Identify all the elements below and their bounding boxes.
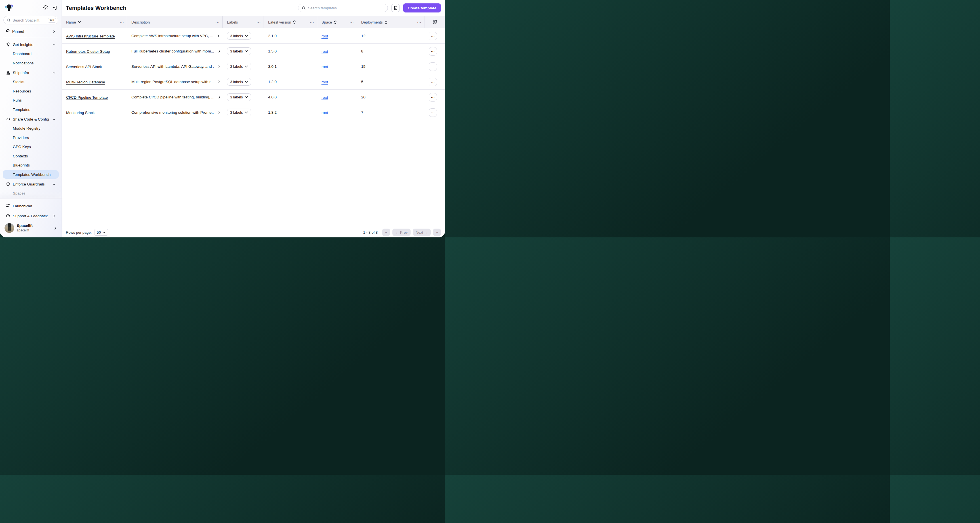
chevron-down-icon [245, 96, 248, 98]
create-template-button[interactable]: Create template [403, 3, 441, 13]
table-header: Name ⋯ Description ⋯ Labels ⋯ Latest ver… [62, 16, 445, 29]
template-description: Comprehensive monitoring solution with P… [131, 110, 214, 114]
sidebar-item-blueprints[interactable]: Blueprints [3, 161, 59, 170]
settings-gear-icon[interactable] [43, 5, 48, 10]
sidebar-item-stacks[interactable]: Stacks [3, 78, 59, 86]
launchpad-icon [6, 203, 10, 209]
column-menu-icon[interactable]: ⋯ [215, 20, 220, 24]
sidebar-item-resources[interactable]: Resources [3, 87, 59, 95]
spacelift-logo[interactable] [5, 3, 14, 12]
template-name-link[interactable]: CI/CD Pipeline Template [66, 95, 108, 100]
expand-description-icon[interactable] [217, 80, 221, 84]
space-link[interactable]: root [321, 111, 328, 115]
sidebar-section-enforce-guardrails[interactable]: Enforce Guardrails [3, 180, 59, 188]
labels-dropdown[interactable]: 3 labels [227, 78, 251, 86]
row-actions-button[interactable]: ⋯ [429, 32, 437, 40]
labels-count: 3 labels [230, 110, 243, 114]
space-link[interactable]: root [321, 49, 328, 54]
lightbulb-icon [6, 42, 11, 47]
deployments-count: 5 [357, 80, 425, 84]
templates-search[interactable] [298, 4, 388, 12]
table-settings-gear[interactable] [425, 16, 445, 28]
sidebar-item-templates[interactable]: Templates [3, 105, 59, 114]
sidebar-item-providers[interactable]: Providers [3, 133, 59, 142]
code-icon [6, 117, 11, 121]
pagination-first-button[interactable]: « [382, 229, 390, 236]
sidebar-item-contexts[interactable]: Contexts [3, 152, 59, 160]
row-actions-button[interactable]: ⋯ [429, 47, 437, 56]
space-link[interactable]: root [321, 65, 328, 69]
template-description: Complete CI/CD pipeline with testing, bu… [131, 95, 214, 99]
rows-per-page-select[interactable]: 50 [94, 229, 108, 236]
gear-icon [433, 20, 437, 24]
space-link[interactable]: root [321, 34, 328, 38]
template-name-link[interactable]: Multi-Region Database [66, 80, 105, 84]
labels-dropdown[interactable]: 3 labels [227, 32, 251, 40]
expand-description-icon[interactable] [217, 65, 221, 68]
sidebar-item-templates-workbench[interactable]: Templates Workbench [3, 170, 59, 179]
labels-count: 3 labels [230, 34, 243, 38]
labels-dropdown[interactable]: 3 labels [227, 63, 251, 70]
space-link[interactable]: root [321, 80, 328, 84]
sidebar-item-dashboard[interactable]: Dashboard [3, 49, 59, 58]
account-switcher[interactable]: Spacelift spacelift [3, 221, 59, 235]
column-menu-icon[interactable]: ⋯ [310, 20, 314, 24]
pagination-prev-button[interactable]: ← Prev [392, 229, 410, 236]
row-actions-button[interactable]: ⋯ [429, 93, 437, 102]
pagination-last-button[interactable]: » [433, 229, 441, 236]
sidebar-item-notifications[interactable]: Notifications [3, 59, 59, 67]
labels-dropdown[interactable]: 3 labels [227, 109, 251, 116]
sidebar-item-pinned[interactable]: Pinned [3, 27, 59, 35]
sidebar-item-label: Templates [13, 108, 30, 112]
sidebar-item-label: Get Insights [13, 43, 33, 47]
sidebar-search-input[interactable] [13, 18, 46, 22]
chevron-down-icon [52, 71, 56, 75]
column-header-deployments[interactable]: Deployments ⋯ [357, 16, 425, 28]
column-menu-icon[interactable]: ⋯ [350, 20, 354, 24]
shield-icon [6, 182, 11, 186]
pagination-next-button[interactable]: Next → [413, 229, 431, 236]
expand-description-icon[interactable] [217, 111, 221, 114]
column-header-description[interactable]: Description ⋯ [127, 16, 223, 28]
latest-version: 3.0.1 [264, 64, 317, 68]
template-name-link[interactable]: Monitoring Stack [66, 111, 95, 115]
sidebar-divider [3, 38, 58, 38]
column-header-name[interactable]: Name ⋯ [62, 16, 127, 28]
column-header-labels[interactable]: Labels ⋯ [223, 16, 264, 28]
sidebar-section-get-insights[interactable]: Get Insights [3, 40, 59, 49]
expand-description-icon[interactable] [217, 49, 221, 53]
expand-description-icon[interactable] [216, 34, 220, 38]
template-name-link[interactable]: Serverless API Stack [66, 65, 102, 69]
template-docs-button[interactable] [391, 4, 400, 12]
labels-dropdown[interactable]: 3 labels [227, 93, 251, 101]
labels-dropdown[interactable]: 3 labels [227, 48, 251, 55]
sidebar-item-support-feedback[interactable]: Support & Feedback [3, 211, 59, 220]
sidebar-section-ship-infra[interactable]: Ship Infra [3, 68, 59, 77]
row-actions-button[interactable]: ⋯ [429, 62, 437, 71]
templates-search-input[interactable] [308, 6, 384, 10]
sidebar-item-gpg-keys[interactable]: GPG Keys [3, 143, 59, 151]
column-menu-icon[interactable]: ⋯ [256, 20, 261, 24]
space-link[interactable]: root [321, 95, 328, 100]
column-menu-icon[interactable]: ⋯ [417, 20, 422, 24]
sidebar-search[interactable]: ⌘K [3, 16, 58, 24]
column-menu-icon[interactable]: ⋯ [120, 20, 124, 24]
row-actions-button[interactable]: ⋯ [429, 78, 437, 86]
sidebar-item-label: Module Registry [13, 126, 41, 130]
column-header-space[interactable]: Space ⋯ [317, 16, 357, 28]
template-name-link[interactable]: AWS Infrastructure Template [66, 34, 115, 38]
sort-desc-icon [78, 21, 81, 23]
sidebar-item-label: Ship Infra [13, 71, 29, 75]
sidebar-item-runs[interactable]: Runs [3, 96, 59, 105]
template-description: Serverless API with Lambda, API Gateway,… [131, 64, 214, 68]
sign-out-icon[interactable] [52, 5, 57, 10]
sidebar-item-launchpad[interactable]: LaunchPad [3, 201, 59, 210]
sidebar-item-module-registry[interactable]: Module Registry [3, 124, 59, 133]
row-actions-button[interactable]: ⋯ [429, 108, 437, 117]
expand-description-icon[interactable] [217, 95, 221, 99]
sort-updown-icon [334, 21, 337, 24]
sidebar-item-spaces[interactable]: Spaces [3, 189, 59, 198]
column-header-latest-version[interactable]: Latest version ⋯ [264, 16, 317, 28]
template-name-link[interactable]: Kubernetes Cluster Setup [66, 49, 110, 54]
sidebar-section-share-code-config[interactable]: Share Code & Config [3, 115, 59, 123]
